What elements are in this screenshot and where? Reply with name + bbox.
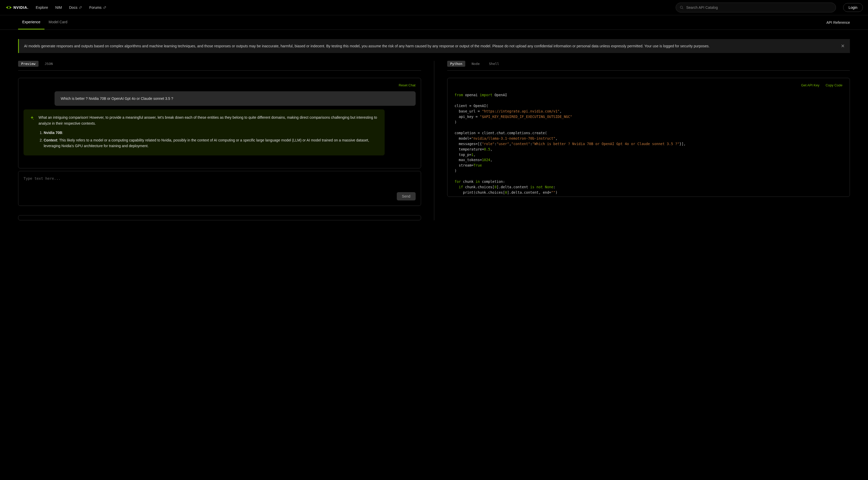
tab-experience[interactable]: Experience <box>18 15 44 29</box>
alert-text: AI models generate responses and outputs… <box>24 43 836 49</box>
chat-input[interactable] <box>24 176 416 192</box>
nvidia-logo[interactable]: NVIDIA. <box>5 5 28 10</box>
right-tab-row: Python Node Shell <box>447 61 850 70</box>
code-box: Get API Key Copy Code from openai import… <box>447 78 850 197</box>
tab-python[interactable]: Python <box>447 61 466 67</box>
brand-text: NVIDIA. <box>13 5 28 9</box>
tab-json[interactable]: JSON <box>42 61 56 67</box>
copy-code-link[interactable]: Copy Code <box>826 83 842 87</box>
content: AI models generate responses and outputs… <box>0 30 868 230</box>
tab-preview[interactable]: Preview <box>18 61 38 67</box>
lower-panel-stub <box>18 215 421 220</box>
panel-right: Python Node Shell Get API Key Copy Code … <box>447 61 850 220</box>
assistant-body: What an intriguing comparison! However, … <box>38 115 378 150</box>
svg-point-0 <box>8 6 10 8</box>
panel-divider <box>434 61 434 220</box>
code-block: from openai import OpenAI client = OpenA… <box>455 92 843 195</box>
list-item: Nvidia 70B: <box>44 130 378 136</box>
assistant-message: What an intriguing comparison! However, … <box>24 110 384 155</box>
list-item: Context: This likely refers to a model o… <box>44 137 378 149</box>
tab-node[interactable]: Node <box>468 61 483 67</box>
api-reference-link[interactable]: API Reference <box>826 16 850 29</box>
reset-chat-link[interactable]: Reset Chat <box>24 83 416 87</box>
login-button[interactable]: Login <box>843 3 863 12</box>
nvidia-eye-icon <box>5 5 12 10</box>
nav-nim[interactable]: NIM <box>55 5 62 9</box>
search-wrap <box>676 3 836 12</box>
left-tab-row: Preview JSON <box>18 61 421 70</box>
tab-model-card[interactable]: Model Card <box>44 15 71 29</box>
send-button[interactable]: Send <box>397 192 416 201</box>
chat-messages: Which is better ? Nvidia 70B or OpenAI G… <box>24 91 416 163</box>
svg-line-2 <box>682 8 683 9</box>
search-icon <box>680 6 683 9</box>
external-link-icon <box>103 6 106 9</box>
tab-shell[interactable]: Shell <box>486 61 502 67</box>
user-message: Which is better ? Nvidia 70B or OpenAI G… <box>55 91 416 106</box>
chat-input-box: Send <box>18 171 421 206</box>
get-api-key-link[interactable]: Get API Key <box>801 83 819 87</box>
panel-left: Preview JSON Reset Chat Which is better … <box>18 61 421 220</box>
sparkle-icon <box>30 116 34 120</box>
nav-forums[interactable]: Forums <box>89 5 106 9</box>
subnav: Experience Model Card API Reference <box>0 15 868 30</box>
code-actions: Get API Key Copy Code <box>455 83 843 87</box>
svg-point-1 <box>680 6 682 8</box>
panels: Preview JSON Reset Chat Which is better … <box>18 61 850 220</box>
nav-docs[interactable]: Docs <box>69 5 82 9</box>
close-icon[interactable]: ✕ <box>841 43 845 49</box>
warning-alert: AI models generate responses and outputs… <box>18 39 850 53</box>
external-link-icon <box>79 6 82 9</box>
topbar: NVIDIA. Explore NIM Docs Forums Login <box>0 0 868 15</box>
search-input[interactable] <box>676 3 836 12</box>
nav-explore[interactable]: Explore <box>36 5 48 9</box>
chat-box: Reset Chat Which is better ? Nvidia 70B … <box>18 78 421 168</box>
